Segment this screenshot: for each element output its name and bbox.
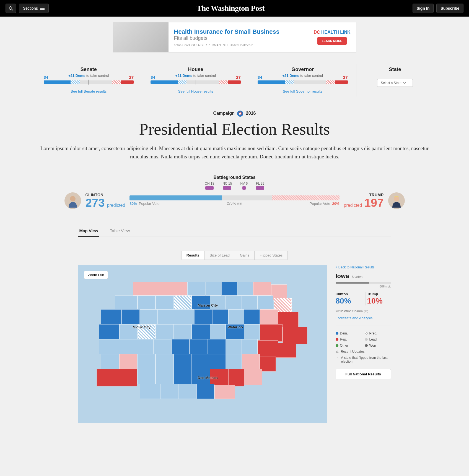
full-results-button[interactable]: Full National Results <box>336 369 391 379</box>
search-button[interactable] <box>6 4 16 13</box>
tab-table-view[interactable]: Table View <box>109 226 131 236</box>
campaign-tag: Campaign 2016 <box>35 110 434 117</box>
top-nav: Sections The Washington Post Sign In Sub… <box>0 0 469 17</box>
legend-recent: ⚠Recent Updates <box>336 350 391 354</box>
senate-bar: 34 27 <box>44 80 134 85</box>
view-tabs: Map View Table View <box>78 226 391 237</box>
tab-map-view[interactable]: Map View <box>78 226 99 237</box>
svg-point-3 <box>70 196 76 202</box>
trump-avatar <box>388 192 405 209</box>
zoom-out-button[interactable]: Zoom Out <box>84 271 108 279</box>
bg-state-oh: OH 18 <box>205 182 214 190</box>
trump-block: TRUMP predicted197 <box>344 193 384 209</box>
masthead[interactable]: The Washington Post <box>197 4 265 13</box>
seg-results[interactable]: Results <box>181 251 205 260</box>
top-nav-left: Sections <box>6 4 49 13</box>
summary-house: House +21 Dems to take control 34 27 See… <box>142 64 249 96</box>
star-icon <box>237 110 243 117</box>
city-waterloo: Waterloo <box>228 325 243 329</box>
seg-gains[interactable]: Gains <box>235 251 255 260</box>
signin-button[interactable]: Sign In <box>413 4 434 13</box>
chevron-down-icon <box>403 82 406 84</box>
house-bar: 34 27 <box>151 80 241 85</box>
summary-governor: Governor +21 Dems to take control 34 27 … <box>249 64 356 96</box>
back-link[interactable]: < Back to National Results <box>336 265 391 269</box>
divider <box>35 58 434 58</box>
ad-banner[interactable]: Health Insurance for Small Business Fits… <box>113 22 356 53</box>
state-votes: 6 votes <box>352 275 362 279</box>
legend-flipped: →A state that flipped from the last elec… <box>336 356 391 363</box>
page-title: Presidential Election Results <box>35 120 434 139</box>
ad-brand: DC HEALTH LINK <box>313 30 350 35</box>
reporting-label: 60% rpt. <box>336 285 391 288</box>
city-mason: Maison City <box>198 303 218 307</box>
iowa-map <box>92 282 319 406</box>
bg-state-nv: NV 6 <box>240 182 248 190</box>
candidate-row: Clinton 80% Trump 10% <box>336 292 391 305</box>
summary-state: State Select a State <box>356 64 434 96</box>
map-controls: ResultsSize of LeadGainsFlipped States <box>35 251 434 260</box>
summary-title: Senate <box>44 67 134 72</box>
clinton-block: CLINTON 273predicted <box>85 193 125 209</box>
sections-button[interactable]: Sections <box>19 4 49 13</box>
city-sioux: Sioux City <box>133 325 151 329</box>
bg-state-fl: FL 29 <box>256 182 264 190</box>
legend: Dem. Pred. Rep. Lead Other Won <box>336 331 391 347</box>
prev-win: 2012 Win: Obama (D) <box>336 309 391 313</box>
ad-subtitle: Fits all budgets <box>174 35 303 41</box>
reporting-bar <box>336 282 391 284</box>
top-nav-right: Sign In Subscribe <box>413 4 463 13</box>
summary-sub: +21 Dems to take control <box>44 74 134 78</box>
seg-size[interactable]: Size of Lead <box>205 251 235 260</box>
hamburger-icon <box>40 7 45 10</box>
summary-senate: Senate +21 Dems to take control 34 27 Se… <box>35 64 142 96</box>
subscribe-button[interactable]: Subscribe <box>436 4 463 13</box>
seg-flipped[interactable]: Flipped States <box>255 251 288 260</box>
map-section: Zoom Out <box>78 265 391 423</box>
bg-state-nc: NC 15 <box>222 182 232 190</box>
search-icon <box>9 6 13 11</box>
state-select[interactable]: Select a State <box>377 79 413 87</box>
divider <box>336 326 391 326</box>
ad-title: Health Insurance for Small Business <box>174 28 303 35</box>
ad-logos: aetna CareFirst KAISER PERMANENTE United… <box>174 43 303 47</box>
state-name: Iowa <box>336 273 349 280</box>
senate-link[interactable]: See full Senate results <box>71 89 107 93</box>
svg-line-1 <box>12 9 13 10</box>
lede: Lorem ipsum dolor sit amet, consectetur … <box>35 144 434 161</box>
svg-point-0 <box>9 7 12 9</box>
ad-text: Health Insurance for Small Business Fits… <box>169 25 308 49</box>
prediction-section: Battleground States OH 18 NC 15 NV 6 FL … <box>64 175 405 209</box>
sections-label: Sections <box>23 6 38 11</box>
house-link[interactable]: See full House results <box>178 89 213 93</box>
clinton-avatar <box>64 192 81 209</box>
governor-link[interactable]: See full Governor results <box>283 89 322 93</box>
ad-cta-button[interactable]: LEARN MORE <box>317 37 347 45</box>
side-panel: < Back to National Results Iowa 6 votes … <box>336 265 391 423</box>
battleground-states: OH 18 NC 15 NV 6 FL 29 <box>64 182 405 190</box>
map-canvas[interactable]: Zoom Out <box>78 265 327 423</box>
city-desmoines: Des Moines <box>198 376 218 380</box>
ad-right: DC HEALTH LINK LEARN MORE <box>308 27 356 48</box>
governor-bar: 34 27 <box>258 80 348 85</box>
summary-row: Senate +21 Dems to take control 34 27 Se… <box>35 64 434 96</box>
battleground-title: Battleground States <box>64 175 405 180</box>
forecast-link[interactable]: Forecasts and Analysis <box>336 316 391 320</box>
ad-image <box>113 22 169 52</box>
